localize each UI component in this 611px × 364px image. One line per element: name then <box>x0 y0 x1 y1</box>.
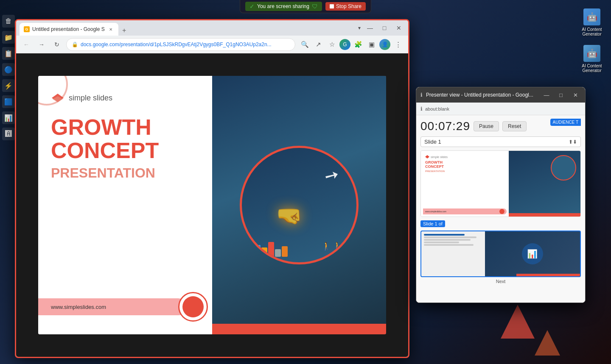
slide-footer: www.simpleslides.com <box>38 292 212 322</box>
browser-tabs: G Untitled presentation - Google S ✕ + <box>20 20 355 36</box>
next-line-5 <box>424 244 474 246</box>
slide-selector-chevron-icon: ⬆⬇ <box>569 139 577 145</box>
slide-left-panel: simple slides GROWTH CONCEPT PRESENTATIO… <box>38 76 212 334</box>
taskbar-icon-7[interactable]: 📊 <box>2 111 15 124</box>
footer-circle-inner <box>182 296 204 317</box>
slide-counter-row: Slide 1 of <box>420 220 581 227</box>
new-tab-button[interactable]: + <box>119 25 129 36</box>
menu-icon[interactable]: ⋮ <box>392 39 404 50</box>
slide-content: simple slides GROWTH CONCEPT PRESENTATIO… <box>38 76 386 334</box>
tab-close-button[interactable]: ✕ <box>107 26 114 33</box>
pause-button[interactable]: Pause <box>474 121 499 131</box>
block-6 <box>282 246 288 257</box>
next-slide-thumbnail: 📊 <box>420 231 581 277</box>
slide-subtitle: PRESENTATION <box>51 165 199 181</box>
thumb-logo-text: simple slides <box>431 156 448 158</box>
screen-sharing-text: You are screen sharing <box>257 3 309 9</box>
thumb-slide-title: GROWTHCONCEPTPRESENTATION <box>425 161 504 173</box>
next-line-3 <box>424 239 471 241</box>
taskbar-icon-6[interactable]: 🟦 <box>2 95 15 108</box>
thumb-circle-frame <box>551 155 576 181</box>
block-2 <box>255 245 261 257</box>
person-1-icon: 🚶 <box>322 242 331 251</box>
presenter-info-icon: ℹ <box>420 92 423 98</box>
person-3-icon: 🚶 <box>344 242 351 251</box>
stop-record-icon <box>330 4 334 8</box>
titlebar-controls: — □ ✕ <box>364 22 405 34</box>
share-icon[interactable]: ↗ <box>312 39 324 50</box>
next-slide-left <box>421 231 485 276</box>
desktop-icon-ai-generator-1[interactable]: 🤖 AI Content Generator <box>577 8 607 36</box>
back-button[interactable]: ← <box>20 39 32 50</box>
presenter-address-bar: ℹ about:blank <box>416 103 585 115</box>
desktop: ✓ You are screen sharing 🛡 Stop Share 🗑 … <box>0 0 611 364</box>
presenter-close-button[interactable]: ✕ <box>570 89 581 100</box>
maximize-button[interactable]: □ <box>378 22 390 34</box>
search-icon[interactable]: 🔍 <box>299 39 311 50</box>
block-4 <box>268 242 274 257</box>
shield-icon: 🛡 <box>312 3 318 10</box>
slide-circle-container: 🤜 ➚ 🚶 🚶 🚶 <box>240 146 359 264</box>
audience-tab[interactable]: AUDIENCE T <box>550 119 581 126</box>
reset-button[interactable]: Reset <box>502 121 527 131</box>
person-figures: 🚶 🚶 🚶 <box>322 242 351 251</box>
forward-button[interactable]: → <box>36 39 48 50</box>
block-1 <box>248 248 254 257</box>
address-bar[interactable]: 🔒 docs.google.com/presentation/d/1pLSJSk… <box>66 38 295 51</box>
desktop-icon-ai-generator-2[interactable]: 🤖 AI Content Generator <box>577 45 607 73</box>
presenter-maximize-button[interactable]: □ <box>555 89 566 100</box>
thumb-content: simple slides GROWTHCONCEPTPRESENTATION … <box>421 151 580 217</box>
thumb-footer: www.simpleslidos.com <box>423 208 507 214</box>
tab-dropdown-icon[interactable]: ▾ <box>358 25 361 31</box>
sidebar-icon[interactable]: ▣ <box>366 39 378 50</box>
bookmark-icon[interactable]: ☆ <box>326 39 338 50</box>
presenter-window: ℹ Presenter view - Untitled presentation… <box>416 87 586 303</box>
taskbar-icon-4[interactable]: 🔵 <box>2 63 15 76</box>
stop-share-button[interactable]: Stop Share <box>325 2 366 11</box>
taskbar-left: 🗑 📁 📋 🔵 ⚡ 🟦 📊 🅰 <box>0 0 17 364</box>
toolbar-icons: 🔍 ↗ ☆ G 🧩 ▣ 👤 ⋮ <box>299 39 404 50</box>
taskbar-icon-3[interactable]: 📋 <box>2 47 15 60</box>
taskbar-icon-8[interactable]: 🅰 <box>2 128 15 140</box>
next-slide-inner: 📊 <box>421 231 580 276</box>
logo-text: simple slides <box>69 94 112 103</box>
tab-favicon: G <box>24 26 30 32</box>
logo-shape <box>51 93 64 103</box>
lock-icon: 🔒 <box>72 42 78 47</box>
block-5 <box>275 249 281 257</box>
taskbar-icon-files[interactable]: 📁 <box>2 31 15 44</box>
thumb-logo-shape <box>425 155 429 158</box>
blocks-container <box>248 242 288 257</box>
slide-circle-frame: 🤜 ➚ 🚶 🚶 🚶 <box>240 146 359 264</box>
slide-title: GROWTH CONCEPT <box>51 116 199 162</box>
browser-tab-active[interactable]: G Untitled presentation - Google S ✕ <box>20 23 118 36</box>
thumb-url: www.simpleslidos.com <box>425 210 446 213</box>
extensions-icon[interactable]: 🧩 <box>352 39 364 50</box>
profile-avatar[interactable]: 👤 <box>379 39 390 50</box>
taskbar-icon-5[interactable]: ⚡ <box>2 79 15 92</box>
slide-selector-text: Slide 1 <box>424 139 569 145</box>
tab-title: Untitled presentation - Google S <box>32 26 105 32</box>
google-account-icon[interactable]: G <box>339 39 350 50</box>
close-button[interactable]: ✕ <box>393 22 405 34</box>
browser-window: G Untitled presentation - Google S ✕ + ▾… <box>15 19 409 358</box>
slide-selector[interactable]: Slide 1 ⬆⬇ <box>420 136 581 147</box>
person-2-icon: 🚶 <box>333 242 342 251</box>
timer-row: 00:07:29 Pause Reset AUDIENCE T <box>420 119 581 133</box>
screen-share-bar: ✓ You are screen sharing 🛡 Stop Share <box>240 0 371 13</box>
timer-display: 00:07:29 <box>420 119 470 133</box>
refresh-button[interactable]: ↻ <box>51 39 63 50</box>
footer-banner: www.simpleslides.com <box>38 298 187 315</box>
slide-logo: simple slides <box>51 93 199 103</box>
minimize-button[interactable]: — <box>364 22 376 34</box>
deco-triangle-1 <box>501 305 535 339</box>
presenter-minimize-button[interactable]: — <box>541 89 552 100</box>
next-slide-label: Next <box>420 279 581 284</box>
thumb-logo: simple slides <box>425 155 504 158</box>
presenter-titlebar: ℹ Presenter view - Untitled presentation… <box>416 87 585 103</box>
presenter-address-icon: ℹ <box>420 106 423 112</box>
next-slide-graph-icon: 📊 <box>522 243 543 264</box>
slide-right-panel: 🤜 ➚ 🚶 🚶 🚶 <box>212 76 386 334</box>
slide-area: simple slides GROWTH CONCEPT PRESENTATIO… <box>16 53 408 357</box>
taskbar-icon-recycle[interactable]: 🗑 <box>2 15 15 28</box>
